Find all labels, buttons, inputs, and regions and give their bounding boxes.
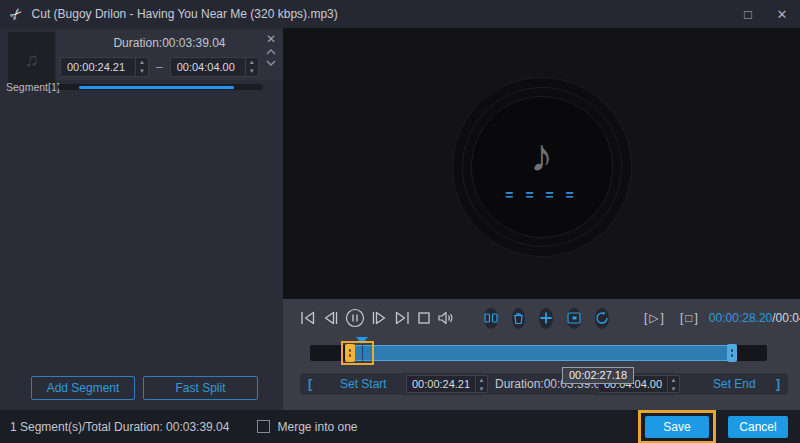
vinyl-inner-disc: ♪ = = = = [471, 96, 613, 238]
music-note-icon: ♫ [24, 49, 38, 71]
segments-summary: 1 Segment(s)/Total Duration: 00:03:39.04 [10, 420, 229, 434]
player-controls: [▷] [□] 00:00:28.20/00:04:32.08 [283, 299, 800, 410]
delete-icon[interactable] [512, 308, 525, 329]
fast-split-button[interactable]: Fast Split [143, 376, 258, 400]
vinyl-ring: ♪ = = = = [462, 87, 622, 247]
segment-start-value[interactable]: 00:00:24.21 [61, 58, 135, 76]
title-bar: ✂ Cut (Bugoy Drilon - Having You Near Me… [0, 0, 800, 28]
segment-card: Duration:00:03:39.04 00:00:24.21 ▲ ▼ – 0… [56, 30, 283, 80]
add-segment-button[interactable]: Add Segment [31, 376, 135, 400]
spin-down-icon[interactable]: ▼ [476, 385, 487, 394]
segment-start-input[interactable]: 00:00:24.21 ▲ ▼ [60, 57, 149, 77]
footer-bar: 1 Segment(s)/Total Duration: 00:03:39.04… [0, 410, 800, 443]
segment-panel: ♫ Duration:00:03:39.04 00:00:24.21 ▲ ▼ –… [0, 28, 283, 410]
merge-option: Merge into one [257, 420, 357, 434]
spin-up-icon[interactable]: ▲ [136, 58, 148, 67]
spin-down-icon[interactable]: ▼ [136, 67, 148, 76]
start-handle[interactable] [345, 344, 355, 362]
bracket-glyph: [ [680, 311, 683, 325]
spin-up-icon[interactable]: ▲ [668, 376, 679, 385]
trim-bar: [ Set Start 00:00:24.21 ▲ ▼ Duration:00:… [300, 373, 788, 395]
segment-mini-selection [79, 86, 235, 89]
bracket-glyph: ] [661, 311, 664, 325]
timeline-track[interactable] [310, 345, 767, 361]
chevron-down-icon[interactable] [265, 59, 277, 67]
segment-name-label: Segment[1] [6, 81, 58, 93]
music-note-icon: ♪ [530, 131, 553, 179]
merge-label: Merge into one [277, 420, 357, 434]
volume-icon[interactable] [437, 306, 454, 330]
window-title: Cut (Bugoy Drilon - Having You Near Me (… [32, 7, 338, 21]
close-button[interactable]: ✕ [774, 7, 790, 22]
add-icon[interactable] [539, 308, 553, 329]
set-start-button[interactable]: Set Start [340, 377, 387, 391]
player-panel: ♪ = = = = [283, 28, 800, 410]
bracket-glyph: ] [695, 311, 698, 325]
spin-up-icon[interactable]: ▲ [476, 376, 487, 385]
transport-row: [▷] [□] 00:00:28.20/00:04:32.08 [299, 299, 790, 337]
preview-stop-icon[interactable]: [□] [680, 311, 698, 325]
spin-down-icon[interactable]: ▼ [668, 385, 679, 394]
step-forward-icon[interactable] [371, 306, 388, 330]
stop-glyph: □ [685, 311, 692, 325]
equalizer-icon: = = = = [505, 187, 577, 203]
save-button[interactable]: Save [645, 416, 709, 438]
time-display: 00:00:28.20/00:04:32.08 [709, 311, 800, 325]
pause-icon[interactable] [345, 306, 365, 330]
segment-duration-label: Duration:00:03:39.04 [56, 30, 283, 50]
segment-end-input[interactable]: 00:04:04.00 ▲ ▼ [170, 57, 259, 77]
stop-icon[interactable] [417, 306, 431, 330]
segment-start-stepper: ▲ ▼ [135, 58, 148, 76]
end-handle[interactable] [727, 344, 737, 362]
cut-dialog-window: ✂ Cut (Bugoy Drilon - Having You Near Me… [0, 0, 800, 443]
end-bracket: ] [776, 376, 780, 391]
skip-end-icon[interactable] [394, 306, 411, 330]
delete-segment-icon[interactable]: ✕ [266, 33, 276, 45]
start-bracket: [ [308, 376, 312, 391]
spin-up-icon[interactable]: ▲ [246, 58, 258, 67]
trim-start-value[interactable]: 00:00:24.21 [407, 376, 475, 392]
scissors-icon: ✂ [5, 3, 27, 25]
play-glyph: ▷ [649, 311, 658, 325]
merge-checkbox[interactable] [257, 420, 270, 433]
bracket-glyph: [ [644, 311, 647, 325]
current-time: 00:00:28.20 [709, 311, 772, 325]
playhead-line [362, 345, 364, 361]
duration-tooltip: 00:02:27.18 [562, 367, 634, 384]
playhead-marker[interactable] [356, 337, 368, 344]
preview-play-icon[interactable]: [▷] [644, 311, 664, 325]
segment-mini-timeline[interactable] [58, 84, 263, 90]
total-time: /00:04:32.08 [772, 311, 800, 325]
range-dash: – [156, 60, 163, 74]
skip-start-icon[interactable] [299, 306, 316, 330]
vinyl-disc: ♪ = = = = [452, 77, 632, 257]
trim-start-input[interactable]: 00:00:24.21 ▲ ▼ [406, 375, 488, 393]
save-highlight: Save [638, 410, 716, 443]
trim-start-stepper: ▲ ▼ [475, 376, 487, 392]
audio-preview-area: ♪ = = = = [283, 28, 800, 299]
split-icon[interactable] [484, 308, 498, 329]
segment-end-stepper: ▲ ▼ [245, 58, 258, 76]
reset-icon[interactable] [595, 308, 609, 329]
chevron-up-icon[interactable] [265, 48, 277, 56]
trim-end-stepper: ▲ ▼ [667, 376, 679, 392]
spin-down-icon[interactable]: ▼ [246, 67, 258, 76]
maximize-button[interactable]: □ [740, 7, 756, 22]
timeline-selection[interactable] [348, 345, 736, 361]
step-back-icon[interactable] [322, 306, 339, 330]
crop-icon[interactable] [567, 308, 581, 329]
segment-end-value[interactable]: 00:04:04.00 [171, 58, 245, 76]
set-end-button[interactable]: Set End [713, 377, 756, 391]
cancel-button[interactable]: Cancel [728, 416, 788, 438]
